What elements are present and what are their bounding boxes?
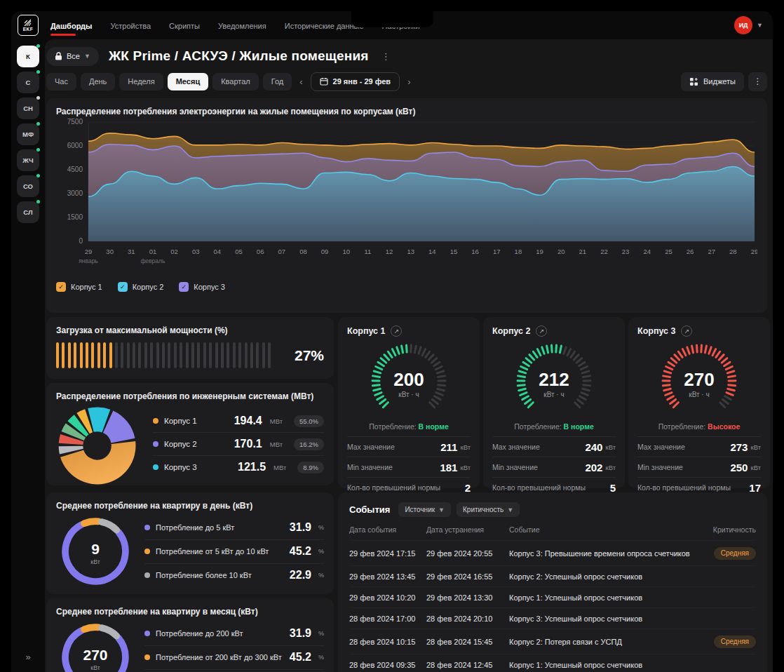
consumption-area-chart[interactable]: 0150030004500600075002930310102030405060… [56,116,757,276]
date-prev-button[interactable]: ‹ [296,76,306,87]
status-label: Потребление: [658,422,708,431]
date-next-button[interactable]: › [404,76,414,87]
chevron-down-icon: ▼ [438,506,445,513]
sidebar-item-СН[interactable]: СН [17,98,39,119]
svg-text:18: 18 [515,248,522,255]
legend-checkbox[interactable]: ✓ [56,282,66,292]
donut-legend-row: Потребление от 5 кВт до 10 кВт45.2% [144,539,324,563]
lock-icon [55,52,62,60]
event-date: 28 фев 2024 10:15 [349,638,426,646]
period-chip-Месяц[interactable]: Месяц [168,73,208,90]
events-filter-Источник[interactable]: Источник▼ [398,502,451,517]
gauge-card-Корпус 3: Корпус 3↗270кВт · чПотребление: ВысокоеM… [628,317,770,488]
dashboard-more-button[interactable]: ⋮ [748,72,767,91]
donut-card: Среднее потребление на квартиру в день (… [46,492,334,594]
gauge-card-header: Корпус 2↗ [492,325,616,337]
status-value: Высокое [708,422,740,431]
scope-selector[interactable]: Все ▼ [46,47,99,66]
nav-tab[interactable]: Устройства [110,13,151,38]
pie-legend-row: Корпус 2170.1МВт16.2% [153,432,324,455]
events-row[interactable]: 28 фев 2024 10:1528 фев 2024 15:45Корпус… [349,629,756,654]
gauge-tick [115,342,118,368]
legend-item-Корпус 1[interactable]: ✓Корпус 1 [56,282,102,292]
event-date: 29 фев 2024 10:20 [349,593,426,602]
sidebar-item-С[interactable]: С [17,72,39,93]
severity-badge: Средняя [714,547,756,560]
widgets-button[interactable]: Виджеты [681,72,744,91]
sidebar-item-СЛ[interactable]: СЛ [17,201,39,223]
stat-unit: кВт [460,464,471,471]
period-chip-День[interactable]: День [81,73,115,90]
gauge-tick [56,342,59,368]
events-filter-Критичность[interactable]: Критичность▼ [457,502,520,517]
status-dot [36,148,40,152]
pie-legend-unit: МВт [270,441,283,448]
donut-body: 9кВтПотребление до 5 кВт31.9%Потребление… [56,512,324,591]
gauge-card-Корпус 2: Корпус 2↗212кВт · чПотребление: В нормеM… [483,317,625,488]
svg-text:13: 13 [407,248,414,255]
sidebar-expand-icon[interactable]: » [11,652,45,662]
date-range-picker[interactable]: 29 янв - 29 фев [311,72,400,91]
svg-text:кВт · ч: кВт · ч [689,391,709,398]
events-row[interactable]: 29 фев 2024 17:1529 фев 2024 20:55Корпус… [349,540,756,565]
gauge-tick [138,342,141,368]
open-in-new-icon[interactable]: ↗ [391,325,402,337]
legend-dot [153,441,158,447]
svg-text:29: 29 [85,248,93,255]
donut-legend-pct: 45.2 [290,545,311,558]
sidebar-item-МФ[interactable]: МФ [17,123,39,145]
svg-text:0: 0 [79,237,83,245]
gauge-tick [103,342,106,368]
event-date: 29 фев 2024 13:45 [349,572,426,581]
events-row[interactable]: 29 фев 2024 10:2029 фев 2024 13:30Корпус… [349,586,756,607]
open-in-new-icon[interactable]: ↗ [536,325,547,337]
events-row[interactable]: 28 фев 2024 17:0028 фев 2024 20:10Корпус… [349,607,756,629]
svg-text:270: 270 [684,369,714,390]
svg-text:14: 14 [428,248,436,255]
period-chip-Час[interactable]: Час [46,73,76,90]
gauge-tick [174,342,177,368]
area-chart-title: Распределение потребления электроэнергии… [56,107,757,116]
user-avatar[interactable]: ИД [734,16,752,34]
svg-text:февраль: февраль [140,257,165,264]
sidebar-item-К[interactable]: К [17,46,39,67]
events-row[interactable]: 29 фев 2024 13:4529 фев 2024 16:55Корпус… [349,565,756,586]
gauge-tick [144,342,147,368]
svg-text:3000: 3000 [67,189,83,197]
nav-tab[interactable]: Скрипты [169,13,200,38]
sidebar-item-СО[interactable]: СО [17,175,39,197]
ekf-logo[interactable]: EKF [18,15,39,36]
title-menu-button[interactable]: ⋮ [379,51,393,62]
nav-tab[interactable]: Дашборды [50,13,92,38]
svg-text:24: 24 [643,248,651,255]
period-chip-Квартал[interactable]: Квартал [212,73,259,90]
donut-legend: Потребление до 200 кВт31.9%Потребление о… [144,622,324,672]
nav-tab[interactable]: Уведомления [218,13,266,38]
event-fixed-date: 28 фев 2024 20:10 [426,614,509,623]
stat-label: Кол-во превышений нормы [492,483,610,492]
percent-sign: % [318,654,324,661]
sidebar-item-ЖЧ[interactable]: ЖЧ [17,149,39,171]
legend-dot [144,631,150,636]
open-in-new-icon[interactable]: ↗ [681,325,692,337]
svg-text:кВт · ч: кВт · ч [398,391,419,398]
stat-unit: кВт [750,464,761,471]
legend-item-Корпус 2[interactable]: ✓Корпус 2 [118,282,164,292]
systems-pie-chart[interactable] [56,403,142,485]
period-chip-Неделя[interactable]: Неделя [119,73,163,90]
event-text: Корпус 3: Успешный опрос счетчиков [509,614,700,623]
gauge-stat-row: Max значение211кВт [347,436,471,457]
events-row[interactable]: 28 фев 2024 09:3528 фев 2024 12:45Корпус… [349,654,756,672]
avatar-chevron-down-icon[interactable]: ▼ [757,22,763,29]
status-label: Потребление: [369,422,418,431]
widgets-icon [689,77,698,86]
legend-checkbox[interactable]: ✓ [179,282,189,292]
legend-checkbox[interactable]: ✓ [118,282,128,292]
gauge-card-title: Корпус 3 [637,326,675,336]
period-chip-Год[interactable]: Год [263,73,292,90]
gauge-status: Потребление: В норме [492,422,616,431]
gauge-tick [156,342,159,368]
legend-item-Корпус 3[interactable]: ✓Корпус 3 [179,282,225,292]
pie-legend-name: Корпус 1 [164,417,229,425]
widgets-label: Виджеты [703,77,736,86]
